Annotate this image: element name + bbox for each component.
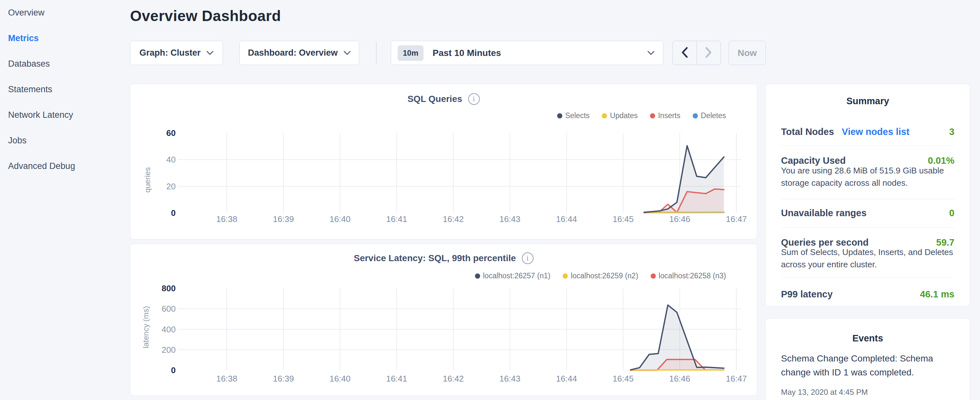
- p99-latency-value: 46.1 ms: [920, 289, 955, 300]
- total-nodes-value: 3: [949, 126, 955, 137]
- legend-dot-icon: [651, 274, 656, 279]
- event-item-date: May 13, 2020 at 4:45 PM: [781, 388, 868, 397]
- legend-item: localhost:26257 (n1): [475, 271, 550, 280]
- svg-text:0: 0: [171, 365, 176, 375]
- sidebar-item-statements[interactable]: Statements: [8, 77, 121, 102]
- chevron-down-icon: [648, 51, 654, 55]
- summary-row-total-nodes: Total Nodes View nodes list 3: [781, 124, 955, 139]
- legend-dot-icon: [557, 113, 562, 118]
- svg-text:20: 20: [166, 182, 176, 191]
- event-item-text[interactable]: Schema Change Completed: Schema change w…: [781, 351, 956, 379]
- svg-text:16:42: 16:42: [442, 374, 464, 384]
- prev-time-button[interactable]: [673, 41, 697, 65]
- legend-item: Updates: [602, 112, 638, 120]
- svg-text:16:41: 16:41: [386, 374, 407, 384]
- divider: [781, 227, 955, 228]
- summary-panel: Summary Total Nodes View nodes list 3 Ca…: [765, 84, 970, 306]
- service-latency-chart-card: Service Latency: SQL, 99th percentile i …: [130, 244, 757, 396]
- sidebar-item-advanced-debug[interactable]: Advanced Debug: [8, 153, 121, 179]
- sidebar-item-databases[interactable]: Databases: [8, 51, 121, 77]
- toolbar-divider: [376, 41, 377, 64]
- service-latency-chart-title: Service Latency: SQL, 99th percentile: [354, 253, 516, 263]
- svg-text:16:44: 16:44: [556, 374, 577, 384]
- svg-text:16:46: 16:46: [669, 214, 690, 224]
- chevron-down-icon: [207, 51, 213, 55]
- svg-text:16:43: 16:43: [499, 374, 520, 384]
- total-nodes-label: Total Nodes: [781, 126, 834, 137]
- service-latency-chart[interactable]: 16:3816:3916:4016:4116:4216:4316:4416:45…: [140, 282, 748, 389]
- svg-text:16:38: 16:38: [216, 214, 237, 224]
- sidebar-item-network-latency[interactable]: Network Latency: [8, 102, 121, 128]
- events-panel: Events Schema Change Completed: Schema c…: [765, 318, 970, 400]
- next-time-button[interactable]: [697, 41, 721, 65]
- svg-text:16:46: 16:46: [669, 374, 690, 384]
- svg-text:16:44: 16:44: [556, 214, 577, 224]
- sidebar: Overview Metrics Databases Statements Ne…: [8, 0, 121, 179]
- view-nodes-list-link[interactable]: View nodes list: [842, 126, 910, 137]
- right-column: Summary Total Nodes View nodes list 3 Ca…: [765, 0, 970, 400]
- svg-text:16:45: 16:45: [612, 374, 633, 384]
- svg-text:16:39: 16:39: [273, 214, 294, 224]
- capacity-used-description: You are using 28.6 MiB of 515.9 GiB usab…: [781, 164, 956, 189]
- summary-row-p99: P99 latency 46.1 ms: [781, 287, 955, 301]
- divider: [781, 199, 955, 199]
- sql-queries-legend: SelectsUpdatesInsertsDeletes: [557, 112, 726, 120]
- svg-text:16:47: 16:47: [726, 214, 747, 224]
- summary-row-unavailable-ranges: Unavailable ranges 0: [781, 206, 955, 220]
- svg-text:600: 600: [162, 304, 176, 314]
- legend-item: localhost:26259 (n2): [563, 271, 638, 280]
- time-window-badge: 10m: [398, 45, 423, 61]
- legend-item: Selects: [557, 112, 590, 120]
- svg-text:16:40: 16:40: [329, 374, 350, 384]
- divider: [781, 145, 955, 146]
- sql-queries-chart-title: SQL Queries: [407, 94, 462, 104]
- graph-source-dropdown-label: Graph: Cluster: [140, 48, 200, 58]
- time-window-dropdown[interactable]: 10m Past 10 Minutes: [391, 41, 663, 65]
- sql-queries-chart-card: SQL Queries i SelectsUpdatesInsertsDelet…: [130, 84, 757, 239]
- time-step-buttons: [672, 41, 721, 65]
- chevron-down-icon: [344, 51, 351, 55]
- graph-source-dropdown[interactable]: Graph: Cluster: [130, 41, 223, 65]
- svg-text:60: 60: [166, 128, 176, 138]
- legend-dot-icon: [650, 113, 655, 118]
- sidebar-item-overview[interactable]: Overview: [8, 0, 121, 25]
- sql-queries-chart[interactable]: 16:3816:3916:4016:4116:4216:4316:4416:45…: [140, 123, 748, 230]
- svg-text:16:42: 16:42: [442, 214, 464, 224]
- svg-text:16:39: 16:39: [273, 374, 294, 384]
- legend-item: Deletes: [693, 112, 726, 120]
- dashboard-dropdown-label: Dashboard: Overview: [248, 48, 338, 58]
- summary-title: Summary: [765, 96, 970, 107]
- svg-text:800: 800: [162, 284, 176, 293]
- svg-text:16:38: 16:38: [216, 374, 237, 384]
- legend-item: Inserts: [650, 112, 680, 120]
- legend-dot-icon: [475, 274, 480, 279]
- main-content: Overview Dashboard Graph: Cluster Dashbo…: [130, 0, 757, 400]
- legend-dot-icon: [693, 113, 698, 118]
- legend-item: localhost:26258 (n3): [651, 271, 726, 280]
- unavailable-ranges-label: Unavailable ranges: [781, 208, 866, 218]
- now-button[interactable]: Now: [729, 41, 766, 65]
- unavailable-ranges-value: 0: [949, 208, 955, 218]
- svg-text:16:47: 16:47: [726, 374, 747, 384]
- chevron-left-icon: [681, 46, 688, 59]
- info-circle-icon[interactable]: i: [522, 252, 533, 264]
- dashboard-dropdown[interactable]: Dashboard: Overview: [239, 41, 359, 65]
- qps-description: Sum of Selects, Updates, Inserts, and De…: [781, 246, 956, 271]
- sidebar-item-jobs[interactable]: Jobs: [8, 128, 121, 153]
- p99-latency-label: P99 latency: [781, 289, 833, 300]
- sidebar-item-metrics[interactable]: Metrics: [8, 25, 121, 51]
- time-window-label: Past 10 Minutes: [433, 48, 501, 58]
- divider: [781, 277, 955, 278]
- svg-text:16:43: 16:43: [499, 214, 520, 224]
- events-title: Events: [765, 333, 970, 344]
- info-circle-icon[interactable]: i: [468, 93, 480, 105]
- svg-text:400: 400: [162, 325, 176, 334]
- service-latency-legend: localhost:26257 (n1)localhost:26259 (n2)…: [475, 271, 726, 280]
- svg-text:16:40: 16:40: [329, 214, 350, 224]
- chevron-right-icon: [705, 46, 712, 59]
- svg-text:200: 200: [162, 345, 176, 355]
- legend-dot-icon: [563, 274, 568, 279]
- svg-text:40: 40: [166, 155, 176, 164]
- svg-text:0: 0: [171, 208, 176, 218]
- page-title: Overview Dashboard: [130, 7, 281, 25]
